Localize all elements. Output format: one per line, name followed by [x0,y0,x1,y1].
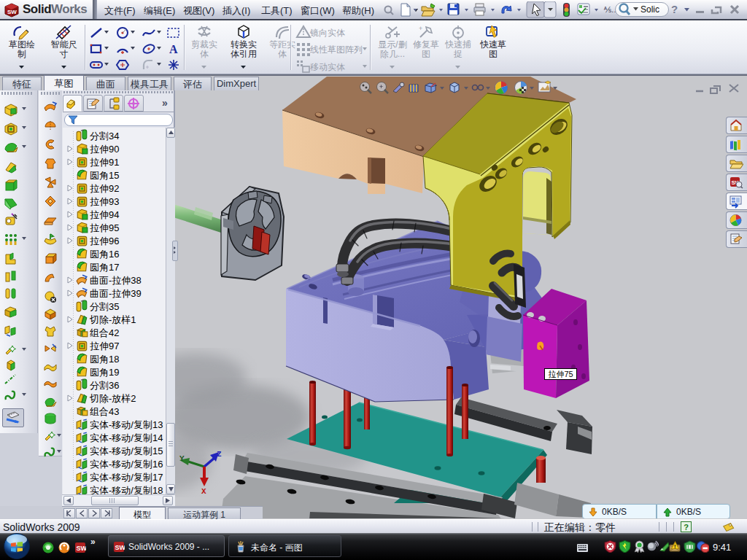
svg-text:+: + [419,25,422,32]
svg-text:⅍..: ⅍.. [603,5,616,14]
svg-text:A: A [169,43,178,55]
svg-text:+: + [379,83,383,90]
svg-text:SW: SW [77,545,87,552]
svg-text:!: ! [674,543,676,550]
svg-text:SW: SW [115,544,125,551]
svg-text:Z: Z [217,450,222,459]
svg-text:SW: SW [7,9,17,15]
svg-text:Solic: Solic [640,4,659,15]
svg-text:Y: Y [179,454,185,463]
svg-text:X: X [201,487,206,496]
